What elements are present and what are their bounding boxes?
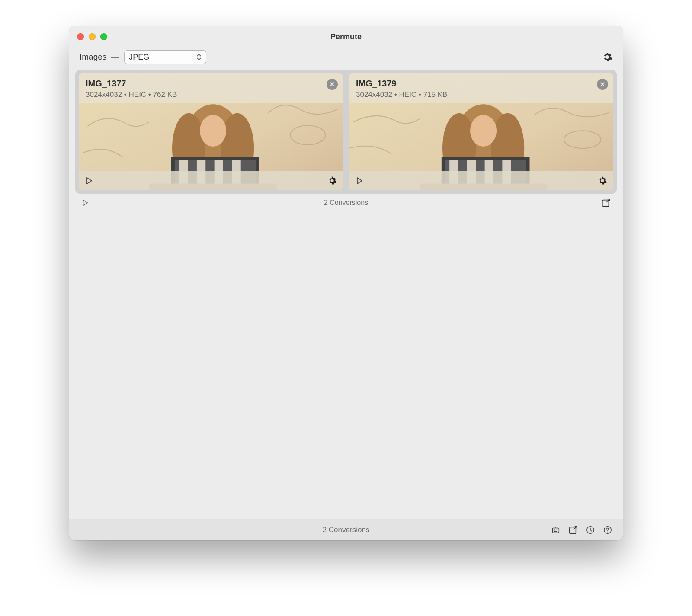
status-text: 2 Conversions [69,526,623,534]
media-filename: IMG_1379 [356,79,606,89]
titlebar: Permute [69,26,623,48]
card-footer [79,171,343,190]
group-status-text: 2 Conversions [69,199,623,207]
format-select[interactable]: JPEG [124,50,206,64]
separator-dash: — [111,52,119,62]
card-footer [349,171,613,190]
fullscreen-window-button[interactable] [100,33,107,40]
start-group-button[interactable] [81,199,89,207]
help-icon[interactable] [603,525,612,535]
media-meta: 3024x4032 • HEIC • 762 KB [86,90,336,99]
app-window: Permute Images — JPEG [69,26,623,540]
card-header: IMG_1377 3024x4032 • HEIC • 762 KB [79,73,343,103]
group-settings-button[interactable] [602,52,612,62]
svg-rect-27 [553,528,559,533]
category-label: Images [80,52,106,62]
svg-point-28 [554,529,555,530]
statusbar: 2 Conversions [69,519,623,540]
remove-item-button[interactable] [597,79,608,90]
toolbar: Images — JPEG [69,48,623,70]
svg-point-5 [200,115,226,147]
history-icon[interactable] [586,525,595,535]
svg-point-29 [556,529,557,530]
svg-point-18 [470,115,497,147]
format-select-value: JPEG [129,53,149,62]
robot-icon[interactable] [551,525,561,535]
add-files-button[interactable] [601,198,611,207]
media-card[interactable]: IMG_1377 3024x4032 • HEIC • 762 KB [79,73,343,190]
media-meta: 3024x4032 • HEIC • 715 KB [356,90,606,99]
item-settings-button[interactable] [327,176,337,185]
media-card[interactable]: IMG_1379 3024x4032 • HEIC • 715 KB [349,73,613,190]
open-folder-icon[interactable] [568,525,578,535]
chevron-up-down-icon [196,53,202,61]
window-title: Permute [69,32,623,41]
play-icon[interactable] [85,176,93,185]
window-controls [77,33,107,40]
remove-item-button[interactable] [327,79,338,90]
play-icon[interactable] [355,176,364,185]
card-header: IMG_1379 3024x4032 • HEIC • 715 KB [349,73,613,103]
minimize-window-button[interactable] [89,33,96,40]
status-actions [551,525,612,535]
close-window-button[interactable] [77,33,84,40]
item-settings-button[interactable] [598,176,607,185]
group-footer: 2 Conversions [69,194,623,212]
empty-drop-area[interactable] [69,212,623,519]
svg-point-33 [607,531,608,532]
media-filename: IMG_1377 [86,79,336,89]
conversion-group: IMG_1377 3024x4032 • HEIC • 762 KB [75,70,617,194]
